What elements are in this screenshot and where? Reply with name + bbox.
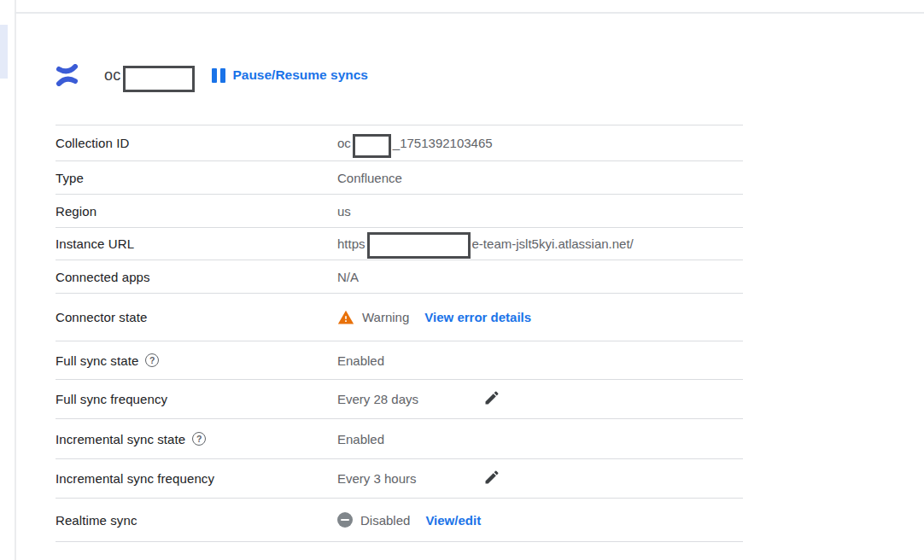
redaction-box-instance-url [367, 232, 471, 259]
confluence-logo-icon [56, 64, 79, 86]
type-label: Type [56, 171, 337, 185]
region-value: us [337, 204, 743, 219]
pause-resume-button[interactable]: Pause/Resume syncs [212, 67, 368, 83]
do-not-disturb-icon [337, 512, 353, 528]
table-row-connector-state: Connector state Warning View error detai… [56, 294, 743, 341]
full-sync-state-value: Enabled [337, 353, 743, 368]
connector-details-table: Collection ID oc _1751392103465 Type Con… [56, 125, 743, 542]
table-row-connected-apps: Connected apps N/A [56, 260, 743, 294]
collection-id-prefix: oc [337, 136, 351, 150]
left-panel-divider [15, 0, 16, 560]
collection-id-label: Collection ID [56, 136, 337, 150]
edit-incremental-sync-frequency-button[interactable] [483, 469, 500, 488]
connected-apps-label: Connected apps [56, 270, 337, 284]
top-divider [15, 12, 924, 14]
full-sync-frequency-text: Every 28 days [337, 392, 418, 406]
connected-apps-value: N/A [337, 270, 743, 284]
help-icon[interactable]: ? [192, 432, 206, 446]
redaction-box-collection-id [353, 134, 391, 158]
table-row-full-sync-state: Full sync state ? Enabled [56, 341, 743, 380]
full-sync-state-label-text: Full sync state [56, 353, 138, 368]
full-sync-state-label: Full sync state ? [56, 353, 337, 368]
pause-resume-label: Pause/Resume syncs [232, 67, 368, 83]
incremental-sync-frequency-text: Every 3 hours [337, 471, 417, 486]
edit-pencil-icon [483, 389, 500, 409]
instance-url-label: Instance URL [56, 236, 337, 251]
table-row-instance-url: Instance URL https e-team-jslt5kyi.atlas… [56, 228, 743, 260]
region-label: Region [56, 204, 337, 219]
incremental-sync-state-label-text: Incremental sync state [56, 432, 185, 446]
realtime-sync-label: Realtime sync [56, 513, 337, 528]
table-row-incremental-sync-state: Incremental sync state ? Enabled [56, 419, 743, 459]
help-icon[interactable]: ? [145, 353, 159, 367]
edit-full-sync-frequency-button[interactable] [483, 389, 500, 409]
warning-icon [337, 309, 354, 326]
connector-state-label: Connector state [56, 310, 337, 324]
collection-id-value: oc _1751392103465 [337, 131, 743, 155]
connector-title: oc [104, 67, 120, 85]
table-row-region: Region us [56, 195, 743, 228]
table-row-incremental-sync-frequency: Incremental sync frequency Every 3 hours [56, 459, 743, 499]
incremental-sync-frequency-label: Incremental sync frequency [56, 471, 337, 486]
nav-selected-item-edge[interactable] [0, 25, 8, 79]
full-sync-frequency-value: Every 28 days [337, 392, 743, 406]
table-row-type: Type Confluence [56, 161, 743, 195]
table-row-realtime-sync: Realtime sync Disabled View/edit [56, 499, 743, 542]
incremental-sync-state-label: Incremental sync state ? [56, 432, 337, 446]
incremental-sync-state-value: Enabled [337, 432, 743, 446]
connector-header: oc Pause/Resume syncs [56, 58, 368, 92]
type-value: Confluence [337, 171, 743, 185]
view-error-details-link[interactable]: View error details [424, 310, 531, 324]
instance-url-suffix: e-team-jslt5kyi.atlassian.net/ [472, 236, 634, 251]
incremental-sync-frequency-value: Every 3 hours [337, 471, 743, 486]
view-edit-link[interactable]: View/edit [425, 513, 481, 528]
instance-url-prefix: https [337, 236, 366, 251]
instance-url-value: https e-team-jslt5kyi.atlassian.net/ [337, 230, 743, 257]
realtime-sync-value: Disabled View/edit [337, 512, 743, 528]
collection-id-suffix: _1751392103465 [393, 136, 493, 150]
realtime-sync-status-text: Disabled [360, 513, 410, 528]
pause-icon [212, 68, 225, 83]
connector-status-text: Warning [362, 310, 409, 324]
full-sync-frequency-label: Full sync frequency [56, 392, 337, 406]
redaction-box-title [123, 66, 195, 92]
connector-state-value: Warning View error details [337, 309, 743, 326]
table-row-collection-id: Collection ID oc _1751392103465 [56, 125, 743, 161]
edit-pencil-icon [483, 469, 500, 488]
table-row-full-sync-frequency: Full sync frequency Every 28 days [56, 380, 743, 419]
